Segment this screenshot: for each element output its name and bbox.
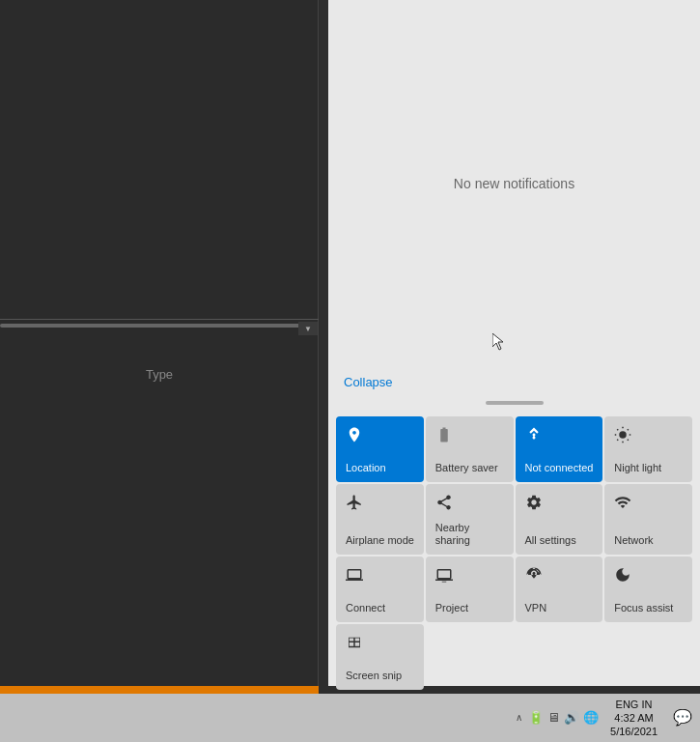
screen-snip-label: Screen snip xyxy=(346,670,416,682)
network-icon xyxy=(614,494,685,516)
collapse-button[interactable]: Collapse xyxy=(328,367,408,397)
focus-assist-icon xyxy=(614,566,685,588)
quick-tile-project[interactable]: Project xyxy=(426,556,514,622)
taskbar: ∧ 🔋 🖥 🔊 🌐 ENG IN 4:32 AM 5/16/2021 💬 xyxy=(0,694,700,742)
notification-center-button[interactable]: 💬 xyxy=(669,706,696,728)
not-connected-label: Not connected xyxy=(525,462,596,474)
quick-tile-battery-saver[interactable]: Battery saver xyxy=(426,416,514,482)
airplane-mode-icon xyxy=(346,494,416,516)
quick-tile-location[interactable]: Location xyxy=(336,416,424,482)
not-connected-icon xyxy=(525,426,596,448)
location-label: Location xyxy=(346,462,416,474)
notifications-area: No new notifications xyxy=(328,0,700,367)
night-light-label: Night light xyxy=(614,462,685,474)
quick-tile-night-light[interactable]: Night light xyxy=(604,416,692,482)
battery-tray-icon[interactable]: 🔋 xyxy=(528,710,544,725)
airplane-mode-label: Airplane mode xyxy=(346,534,416,547)
quick-tile-all-settings[interactable]: All settings xyxy=(516,484,603,555)
left-panel: ▼ Type xyxy=(0,0,319,686)
system-tray: ∧ 🔋 🖥 🔊 🌐 ENG IN 4:32 AM 5/16/2021 💬 xyxy=(516,698,696,739)
quick-tile-screen-snip[interactable]: Screen snip xyxy=(336,624,424,690)
nearby-sharing-icon xyxy=(435,494,506,516)
display-tray-icon[interactable]: 🖥 xyxy=(547,710,560,725)
battery-saver-icon xyxy=(435,426,506,448)
quick-actions-divider xyxy=(486,401,544,405)
screen-snip-icon xyxy=(346,634,416,656)
tray-icons: 🔋 🖥 🔊 🌐 xyxy=(528,710,599,725)
svg-point-0 xyxy=(620,431,628,439)
quick-tile-focus-assist[interactable]: Focus assist xyxy=(604,556,692,622)
type-label: Type xyxy=(0,367,319,382)
network-label: Network xyxy=(614,534,685,547)
svg-rect-1 xyxy=(442,582,447,583)
no-notifications-text: No new notifications xyxy=(454,176,574,191)
project-icon xyxy=(435,566,506,588)
quick-tile-vpn[interactable]: VPN xyxy=(516,556,603,622)
quick-tile-network[interactable]: Network xyxy=(604,484,692,555)
language-region: ENG IN xyxy=(610,698,658,711)
region-code: IN xyxy=(641,699,652,710)
notification-panel: No new notifications Collapse LocationBa… xyxy=(328,0,700,686)
battery-saver-label: Battery saver xyxy=(435,462,506,474)
quick-tile-airplane-mode[interactable]: Airplane mode xyxy=(336,484,424,555)
nearby-sharing-label: Nearby sharing xyxy=(435,522,506,547)
panel-divider xyxy=(0,319,319,320)
scroll-thumb xyxy=(0,324,307,328)
night-light-icon xyxy=(614,426,685,448)
system-clock[interactable]: ENG IN 4:32 AM 5/16/2021 xyxy=(604,698,663,739)
volume-tray-icon[interactable]: 🔊 xyxy=(564,710,579,725)
scroll-arrow[interactable]: ▼ xyxy=(298,322,318,335)
orange-accent-bar xyxy=(0,686,319,694)
clock-date: 5/16/2021 xyxy=(610,725,658,738)
quick-actions-grid: LocationBattery saverNot connectedNight … xyxy=(328,413,700,698)
clock-time: 4:32 AM xyxy=(610,711,658,725)
scrollbar[interactable] xyxy=(0,322,307,329)
focus-assist-label: Focus assist xyxy=(614,602,685,614)
project-label: Project xyxy=(435,602,506,614)
connect-icon xyxy=(346,566,416,588)
connect-label: Connect xyxy=(346,602,416,614)
vpn-icon xyxy=(525,566,596,588)
location-icon xyxy=(346,426,416,448)
quick-tile-connect[interactable]: Connect xyxy=(336,556,424,622)
vpn-label: VPN xyxy=(525,602,596,614)
all-settings-label: All settings xyxy=(525,534,596,547)
quick-tile-nearby-sharing[interactable]: Nearby sharing xyxy=(426,484,514,555)
quick-tile-not-connected[interactable]: Not connected xyxy=(516,416,603,482)
language-label: ENG xyxy=(616,699,639,710)
tray-overflow-chevron[interactable]: ∧ xyxy=(516,712,522,723)
all-settings-icon xyxy=(525,494,596,516)
network-tray-icon[interactable]: 🌐 xyxy=(583,710,599,725)
